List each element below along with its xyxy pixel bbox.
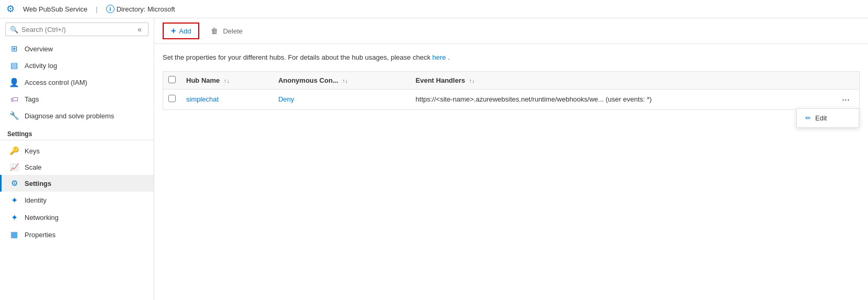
tags-icon: 🏷	[9, 95, 19, 104]
context-menu-edit[interactable]: ✏ Edit	[797, 111, 859, 125]
add-button[interactable]: + Add	[163, 23, 199, 39]
access-control-icon: 👤	[9, 77, 19, 87]
sidebar-item-label: Keys	[25, 147, 40, 155]
anonymous-connect-value: Deny	[278, 95, 294, 103]
table-header-row: Hub Name ↑↓ Anonymous Con... ↑↓ Event Ha…	[163, 72, 859, 90]
settings-icon: ⚙	[9, 179, 19, 188]
main-layout: 🔍 « ⊞ Overview ▤ Activity log 👤 Access c…	[0, 18, 868, 300]
directory-label: Directory: Microsoft	[117, 5, 175, 13]
search-icon: 🔍	[10, 26, 18, 34]
diagnose-icon: 🔧	[9, 111, 19, 120]
select-all-checkbox[interactable]	[168, 76, 176, 83]
event-handlers-header: Event Handlers ↑↓	[410, 72, 832, 90]
sidebar-item-label: Properties	[25, 231, 55, 239]
sidebar-item-identity[interactable]: ✦ Identity	[0, 192, 154, 209]
sidebar-item-label: Activity log	[25, 62, 57, 70]
activity-log-icon: ▤	[9, 61, 19, 70]
table-row: simplechat Deny https://<site-name>.azur…	[163, 89, 859, 109]
sidebar-item-label: Access control (IAM)	[25, 79, 87, 86]
sidebar-item-tags[interactable]: 🏷 Tags	[0, 91, 154, 107]
hubs-table-container: Hub Name ↑↓ Anonymous Con... ↑↓ Event Ha…	[163, 71, 860, 110]
here-link[interactable]: here	[432, 53, 446, 61]
sidebar-item-label: Identity	[25, 196, 47, 204]
search-input[interactable]	[21, 26, 132, 34]
row-ellipsis-button[interactable]: ···	[838, 94, 854, 105]
event-handlers-cell: https://<site-name>.azurewebsites.net/ru…	[410, 89, 832, 109]
sidebar-item-properties[interactable]: ▦ Properties	[0, 226, 154, 243]
toolbar: + Add 🗑 Delete	[154, 18, 868, 44]
edit-label: Edit	[815, 114, 827, 122]
select-all-cell	[163, 72, 181, 90]
content-body: Set the properties for your different hu…	[154, 44, 868, 300]
anonymous-connect-sort[interactable]: ↑↓	[342, 77, 348, 84]
anonymous-connect-cell: Deny	[273, 89, 410, 109]
hubs-table: Hub Name ↑↓ Anonymous Con... ↑↓ Event Ha…	[163, 72, 859, 109]
hub-name-cell: simplechat	[181, 89, 273, 109]
sidebar-item-access-control[interactable]: 👤 Access control (IAM)	[0, 74, 154, 91]
anonymous-connect-header: Anonymous Con... ↑↓	[273, 72, 410, 90]
keys-icon: 🔑	[9, 146, 19, 155]
edit-icon: ✏	[805, 114, 811, 122]
top-bar: ⚙ Web PubSub Service | i Directory: Micr…	[0, 0, 868, 18]
sidebar-item-label: Networking	[25, 214, 59, 221]
service-title: Web PubSub Service	[23, 5, 87, 13]
service-icon: ⚙	[6, 3, 15, 15]
delete-label: Delete	[223, 27, 243, 35]
hub-name-sort[interactable]: ↑↓	[224, 77, 230, 84]
delete-icon: 🗑	[209, 27, 220, 35]
settings-section-label: Settings	[0, 124, 154, 140]
scale-icon: 📈	[9, 163, 19, 171]
sidebar: 🔍 « ⊞ Overview ▤ Activity log 👤 Access c…	[0, 18, 154, 300]
identity-icon: ✦	[9, 195, 19, 205]
top-bar-separator: |	[96, 5, 97, 13]
directory-info: i Directory: Microsoft	[106, 5, 175, 13]
event-handlers-sort[interactable]: ↑↓	[469, 77, 475, 84]
event-handlers-value: https://<site-name>.azurewebsites.net/ru…	[416, 95, 652, 103]
sidebar-item-networking[interactable]: ✦ Networking	[0, 209, 154, 226]
sidebar-item-label: Scale	[25, 163, 42, 171]
row-actions-cell: ··· ✏ Edit	[832, 89, 859, 109]
networking-icon: ✦	[9, 213, 19, 223]
row-checkbox[interactable]	[168, 95, 176, 102]
properties-icon: ▦	[9, 230, 19, 239]
hub-name-link[interactable]: simplechat	[186, 95, 219, 103]
delete-button[interactable]: 🗑 Delete	[201, 24, 250, 38]
collapse-button[interactable]: «	[135, 25, 144, 34]
sidebar-item-activity-log[interactable]: ▤ Activity log	[0, 57, 154, 74]
sidebar-item-overview[interactable]: ⊞ Overview	[0, 40, 154, 57]
sidebar-item-label: Overview	[25, 45, 53, 53]
hub-name-header: Hub Name ↑↓	[181, 72, 273, 90]
search-box[interactable]: 🔍 «	[5, 23, 149, 36]
context-menu: ✏ Edit	[796, 108, 859, 128]
sidebar-item-label: Tags	[25, 95, 39, 103]
sidebar-item-diagnose[interactable]: 🔧 Diagnose and solve problems	[0, 107, 154, 124]
sidebar-item-label: Diagnose and solve problems	[25, 112, 114, 120]
actions-header	[832, 72, 859, 90]
row-checkbox-cell	[163, 89, 181, 109]
sidebar-item-label: Settings	[25, 180, 51, 187]
main-content: + Add 🗑 Delete Set the properties for yo…	[154, 18, 868, 300]
sidebar-item-scale[interactable]: 📈 Scale	[0, 159, 154, 175]
sidebar-item-keys[interactable]: 🔑 Keys	[0, 142, 154, 159]
description-text: Set the properties for your different hu…	[163, 52, 860, 63]
overview-icon: ⊞	[9, 44, 19, 53]
sidebar-item-settings[interactable]: ⚙ Settings	[0, 175, 154, 192]
info-icon: i	[106, 5, 115, 13]
add-label: Add	[179, 27, 191, 35]
add-icon: +	[171, 26, 176, 36]
